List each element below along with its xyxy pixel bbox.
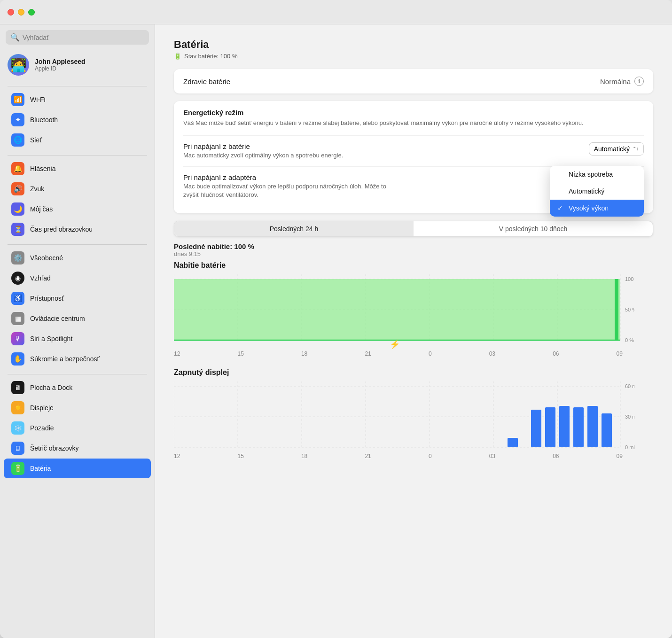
sidebar-item-general[interactable]: ⚙️ Všeobecné xyxy=(4,248,151,268)
x-label-12: 12 xyxy=(174,350,180,357)
siri-icon: 🎙 xyxy=(11,332,24,345)
battery-chart-svg: ⚡ 100 % 50 % 0 % xyxy=(174,274,634,350)
sidebar-item-wallpaper[interactable]: ❄️ Pozadie xyxy=(4,418,151,438)
titlebar xyxy=(0,0,672,24)
check-icon-high: ✓ xyxy=(557,204,565,212)
desktop-icon: 🖥 xyxy=(11,381,24,394)
sidebar-item-bluetooth[interactable]: ✦ Bluetooth xyxy=(4,110,151,130)
sidebar-item-privacy[interactable]: ✋ Súkromie a bezpečnosť xyxy=(4,349,151,369)
sidebar-item-controlcenter[interactable]: ▦ Ovládacie centrum xyxy=(4,309,151,328)
d-x-label-21: 21 xyxy=(365,453,371,459)
svg-rect-32 xyxy=(559,406,570,447)
search-input[interactable] xyxy=(23,34,144,41)
display-chart-title: Zapnutý displej xyxy=(174,368,653,377)
d-x-label-15: 15 xyxy=(237,453,243,459)
close-button[interactable] xyxy=(8,9,14,16)
search-icon: 🔍 xyxy=(10,33,20,42)
screensaver-icon: 🖥 xyxy=(11,442,24,455)
battery-mode-dropdown[interactable]: Automatický ⌃↓ xyxy=(589,142,644,156)
traffic-lights xyxy=(8,9,35,16)
wallpaper-icon: ❄️ xyxy=(11,421,24,435)
sidebar-item-siri-label: Siri a Spotlight xyxy=(30,335,72,342)
maximize-button[interactable] xyxy=(28,9,35,16)
svg-text:0 min: 0 min xyxy=(625,444,634,450)
battery-row-desc: Mac automaticky zvolí optimálny výkon a … xyxy=(183,151,343,160)
main-panel: Batéria 🔋 Stav batérie: 100 % Zdravie ba… xyxy=(155,24,672,638)
sidebar-section-display: 🖥 Plocha a Dock ☀️ Displeje ❄️ Pozadie 🖥… xyxy=(0,377,155,479)
battery-icon: 🔋 xyxy=(11,462,24,475)
svg-rect-35 xyxy=(602,413,612,447)
sidebar-item-siri[interactable]: 🎙 Siri a Spotlight xyxy=(4,329,151,349)
sidebar-item-focus[interactable]: 🌙 Môj čas xyxy=(4,199,151,219)
sidebar-section-notifications: 🔔 Hlásenia 🔊 Zvuk 🌙 Môj čas ⏳ Čas pred o… xyxy=(0,158,155,240)
sidebar-item-battery[interactable]: 🔋 Batéria xyxy=(4,459,151,478)
sound-icon: 🔊 xyxy=(11,182,24,195)
time-10days-button[interactable]: V posledných 10 dňoch xyxy=(414,221,653,236)
svg-text:50 %: 50 % xyxy=(625,307,634,312)
x-label-18: 18 xyxy=(301,350,307,357)
controlcenter-icon: ▦ xyxy=(11,312,24,325)
sidebar-item-desktop[interactable]: 🖥 Plocha a Dock xyxy=(4,378,151,397)
user-profile[interactable]: 🧑‍💻 John Appleseed Apple ID xyxy=(0,50,155,79)
x-label-09: 09 xyxy=(617,350,623,357)
energy-section: Energetický režim Váš Mac môže buď šetri… xyxy=(174,101,653,213)
battery-x-axis: 12 15 18 21 0 03 06 09 xyxy=(174,350,623,357)
sidebar-item-screentime-label: Čas pred obrazovkou xyxy=(30,226,93,233)
sidebar-item-appearance[interactable]: ◉ Vzhľad xyxy=(4,268,151,288)
sidebar-item-screentime[interactable]: ⏳ Čas pred obrazovkou xyxy=(4,219,151,239)
dropdown-item-low[interactable]: Nízka spotreba xyxy=(550,166,644,183)
dropdown-item-auto[interactable]: Automatický xyxy=(550,183,644,200)
svg-text:0 %: 0 % xyxy=(625,337,634,343)
display-chart-wrapper: 60 min 30 min 0 min 12 15 18 21 0 03 06 … xyxy=(174,381,653,459)
last-charged-text: Posledné nabitie: 100 % xyxy=(174,242,653,250)
sidebar-divider-2 xyxy=(8,155,147,156)
battery-power-row: Pri napájaní z batérie Mac automaticky z… xyxy=(183,135,644,166)
dropdown-item-high[interactable]: ✓ Vysoký výkon xyxy=(550,200,644,217)
displays-icon: ☀️ xyxy=(11,401,24,414)
battery-chart-title: Nabitie batérie xyxy=(174,261,653,270)
sidebar-item-battery-label: Batéria xyxy=(30,465,51,472)
info-button[interactable]: ℹ xyxy=(634,77,644,86)
display-chart-svg: 60 min 30 min 0 min xyxy=(174,381,634,452)
page-header: Batéria 🔋 Stav batérie: 100 % xyxy=(174,39,653,60)
x-label-03: 03 xyxy=(489,350,495,357)
svg-rect-34 xyxy=(587,406,598,447)
sidebar-item-displays[interactable]: ☀️ Displeje xyxy=(4,398,151,418)
sidebar-item-controlcenter-label: Ovládacie centrum xyxy=(30,315,85,322)
time-24h-button[interactable]: Posledných 24 h xyxy=(174,221,414,236)
sidebar-item-notifications-label: Hlásenia xyxy=(30,165,55,172)
sidebar-item-accessibility-label: Prístupnosť xyxy=(30,295,64,302)
sidebar-item-focus-label: Môj čas xyxy=(30,205,53,213)
network-icon: 🌐 xyxy=(11,133,24,147)
battery-status: 🔋 Stav batérie: 100 % xyxy=(174,53,653,60)
health-label: Zdravie batérie xyxy=(183,78,230,86)
screentime-icon: ⏳ xyxy=(11,223,24,236)
battery-chart-wrapper: ⚡ 100 % 50 % 0 % 12 15 18 21 0 03 xyxy=(174,274,653,357)
sidebar-item-network[interactable]: 🌐 Sieť xyxy=(4,130,151,150)
search-bar[interactable]: 🔍 xyxy=(6,30,149,45)
battery-mode-value: Automatický xyxy=(594,145,630,153)
svg-text:100 %: 100 % xyxy=(625,276,634,282)
svg-text:30 min: 30 min xyxy=(625,414,634,420)
sidebar-item-bluetooth-label: Bluetooth xyxy=(30,116,58,124)
sidebar-item-wifi[interactable]: 📶 Wi-Fi xyxy=(4,90,151,109)
avatar: 🧑‍💻 xyxy=(8,54,29,76)
dropdown-label-auto: Automatický xyxy=(569,187,604,195)
d-x-label-12: 12 xyxy=(174,453,180,459)
sidebar-item-accessibility[interactable]: ♿ Prístupnosť xyxy=(4,288,151,308)
sidebar-item-notifications[interactable]: 🔔 Hlásenia xyxy=(4,159,151,179)
user-name: John Appleseed xyxy=(35,58,86,65)
charge-time-text: dnes 9:15 xyxy=(174,250,653,257)
battery-row-label: Pri napájaní z batérie xyxy=(183,142,343,150)
health-card: Zdravie batérie Normálna ℹ xyxy=(174,69,653,93)
accessibility-icon: ♿ xyxy=(11,292,24,305)
sidebar-item-sound[interactable]: 🔊 Zvuk xyxy=(4,179,151,199)
svg-rect-12 xyxy=(615,279,618,340)
minimize-button[interactable] xyxy=(18,9,24,16)
svg-rect-11 xyxy=(174,279,620,340)
focus-icon: 🌙 xyxy=(11,202,24,216)
sidebar-item-sound-label: Zvuk xyxy=(30,185,44,193)
sidebar-item-screensaver[interactable]: 🖥 Šetrič obrazovky xyxy=(4,438,151,458)
general-icon: ⚙️ xyxy=(11,251,24,265)
sidebar-item-network-label: Sieť xyxy=(30,136,42,144)
